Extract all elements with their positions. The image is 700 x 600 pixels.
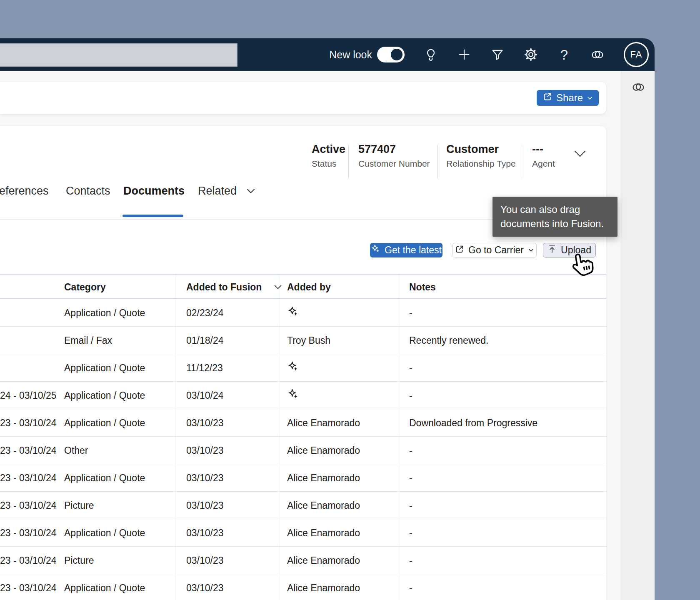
table-row[interactable]: 23 - 03/10/24 Other 03/10/23 Alice Enamo… — [0, 437, 606, 464]
divider — [523, 145, 523, 178]
ai-sparkle-icon — [287, 363, 299, 374]
agent-value: --- — [532, 143, 555, 156]
cell-added-by: Alice Enamorado — [287, 500, 360, 511]
column-header-added-by[interactable]: Added by — [287, 281, 331, 292]
active-tab-indicator — [122, 215, 183, 217]
sparkle-icon — [371, 244, 380, 256]
cell-category: Picture — [64, 500, 94, 511]
tab-documents[interactable]: Documents — [123, 185, 185, 198]
drag-documents-tooltip: You can also drag documents into Fusion. — [492, 197, 618, 237]
go-to-carrier-label: Go to Carrier — [468, 245, 524, 256]
cell-term: 23 - 03/10/24 — [0, 472, 57, 483]
cell-category: Application / Quote — [64, 527, 145, 538]
table-row[interactable]: Email / Fax 01/18/24 Troy Bush Recently … — [0, 327, 606, 354]
tab-contacts[interactable]: Contacts — [66, 185, 110, 198]
table-row[interactable]: 23 - 03/10/24 Application / Quote 03/10/… — [0, 519, 606, 547]
cell-added: 03/10/23 — [186, 472, 224, 483]
tab-related[interactable]: Related — [198, 185, 256, 198]
global-search-input[interactable] — [0, 43, 238, 67]
documents-table-body: Application / Quote 02/23/24 - Email / F… — [0, 299, 606, 600]
relationship-type-value: Customer — [446, 143, 516, 156]
cell-notes: Downloaded from Progressive — [409, 417, 538, 428]
customer-number-value: 577407 — [358, 143, 430, 156]
toggle-knob — [391, 49, 402, 60]
cell-added: 03/10/23 — [186, 417, 224, 428]
cell-term: 23 - 03/10/24 — [0, 555, 57, 566]
chevron-down-icon — [528, 247, 534, 253]
external-link-icon — [455, 245, 464, 256]
cell-added: 03/10/24 — [186, 390, 224, 401]
collapse-summary-chevron-icon[interactable] — [573, 149, 587, 160]
cell-added-by — [287, 306, 299, 320]
add-icon[interactable] — [457, 48, 471, 62]
table-row[interactable]: 24 - 03/10/25 Application / Quote 03/10/… — [0, 382, 606, 409]
cell-added: 02/23/24 — [186, 307, 224, 318]
cell-notes: - — [409, 527, 412, 538]
sort-chevron-down-icon[interactable] — [273, 284, 282, 290]
cell-added: 03/10/23 — [186, 582, 224, 593]
cell-notes: - — [409, 555, 412, 566]
cell-notes: - — [409, 582, 412, 593]
cell-added: 03/10/23 — [186, 445, 224, 456]
cell-term: 23 - 03/10/24 — [0, 500, 57, 511]
user-avatar[interactable]: FA — [624, 42, 649, 67]
tab-references[interactable]: eferences — [0, 185, 49, 198]
table-row[interactable]: 23 - 03/10/24 Application / Quote 03/10/… — [0, 409, 606, 437]
cell-added: 01/18/24 — [186, 335, 224, 346]
share-button[interactable]: Share — [537, 90, 599, 106]
go-to-carrier-button[interactable]: Go to Carrier — [452, 243, 537, 258]
divider — [437, 145, 438, 178]
cell-added-by: Alice Enamorado — [287, 527, 360, 538]
filter-icon[interactable] — [490, 48, 505, 62]
cell-category: Application / Quote — [64, 417, 145, 428]
column-header-category[interactable]: Category — [64, 281, 106, 292]
customer-number-label: Customer Number — [358, 159, 430, 169]
settings-icon[interactable] — [524, 48, 538, 62]
copilot-icon[interactable] — [590, 48, 605, 62]
cell-category: Application / Quote — [64, 582, 145, 593]
new-look-toggle[interactable] — [377, 47, 405, 62]
chevron-down-icon — [246, 188, 256, 195]
copilot-rail-icon[interactable] — [631, 80, 645, 96]
cell-added-by: Alice Enamorado — [287, 472, 360, 483]
column-header-added-to-fusion[interactable]: Added to Fusion — [186, 281, 282, 292]
summary-customer-number: 577407 Customer Number — [358, 143, 430, 169]
status-value: Active — [312, 143, 345, 156]
relationship-type-label: Relationship Type — [446, 159, 516, 169]
cell-category: Application / Quote — [64, 307, 145, 318]
table-row[interactable]: 23 - 03/10/24 Application / Quote 03/10/… — [0, 464, 606, 492]
new-look-label: New look — [329, 49, 372, 61]
cell-notes: Recently renewed. — [409, 335, 489, 346]
chevron-down-icon — [587, 95, 593, 101]
upload-icon — [548, 245, 557, 256]
divider — [348, 145, 349, 178]
cell-term: 24 - 03/10/25 — [0, 390, 57, 401]
table-row[interactable]: Application / Quote 02/23/24 - — [0, 299, 606, 327]
cell-added-by: Alice Enamorado — [287, 445, 360, 456]
cell-added: 03/10/23 — [186, 500, 224, 511]
table-row[interactable]: 23 - 03/10/24 Application / Quote 03/10/… — [0, 574, 606, 600]
copilot-side-rail — [621, 71, 655, 600]
cell-notes: - — [409, 500, 412, 511]
help-icon[interactable]: ? — [557, 48, 571, 62]
lightbulb-icon[interactable] — [424, 48, 438, 62]
table-row[interactable]: Application / Quote 11/12/23 - — [0, 354, 606, 382]
cell-term: 23 - 03/10/24 — [0, 527, 57, 538]
record-header-card: Share — [0, 82, 606, 114]
cell-category: Email / Fax — [64, 335, 112, 346]
cell-added-by: Troy Bush — [287, 335, 330, 346]
table-row[interactable]: 23 - 03/10/24 Picture 03/10/23 Alice Ena… — [0, 547, 606, 574]
share-icon — [542, 92, 552, 104]
cell-notes: - — [409, 445, 412, 456]
cell-added-by: Alice Enamorado — [287, 417, 360, 428]
column-header-notes[interactable]: Notes — [409, 281, 436, 292]
cell-added-by: Alice Enamorado — [287, 582, 360, 593]
cell-notes: - — [409, 390, 412, 401]
table-row[interactable]: 23 - 03/10/24 Picture 03/10/23 Alice Ena… — [0, 492, 606, 519]
cell-added-by — [287, 361, 299, 375]
cell-category: Application / Quote — [64, 390, 145, 401]
get-the-latest-button[interactable]: Get the latest — [370, 243, 442, 258]
cell-added-by — [287, 388, 299, 402]
cell-category: Application / Quote — [64, 472, 145, 483]
added-to-fusion-label: Added to Fusion — [186, 281, 262, 292]
